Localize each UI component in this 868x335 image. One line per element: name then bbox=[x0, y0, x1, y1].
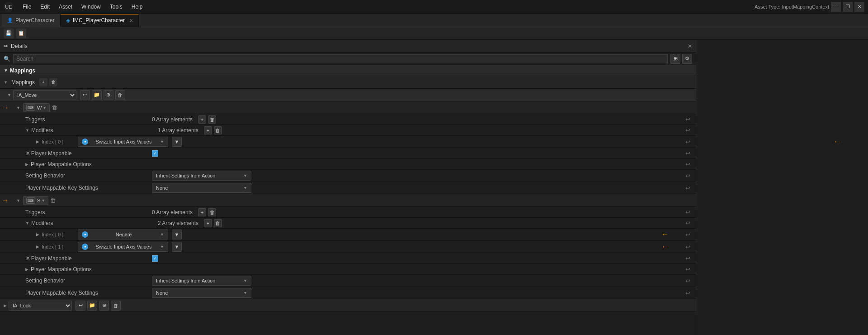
s-modifier1-icon: ✦ bbox=[82, 244, 88, 250]
close-button[interactable]: ✕ bbox=[854, 2, 864, 12]
w-modifiers-value: 1 Array elements + 🗑 bbox=[158, 126, 685, 134]
s-modifiers-add-btn[interactable]: + bbox=[204, 219, 212, 227]
w-setting-behavior-dropdown[interactable]: Inherit Settings from Action ▼ bbox=[152, 171, 251, 181]
s-modifiers-expand[interactable]: ▼ bbox=[25, 221, 29, 225]
s-modifiers-count: 2 Array elements bbox=[158, 220, 198, 226]
s-key-keyboard-btn[interactable]: ⌨ S ▼ bbox=[23, 196, 48, 205]
s-player-key-settings-undo-btn[interactable]: ↩ bbox=[685, 290, 690, 297]
ia-move-add-btn[interactable]: ⊕ bbox=[104, 90, 113, 100]
ia-move-browse-btn[interactable]: 📁 bbox=[92, 90, 102, 100]
w-modifiers-count: 1 Array elements bbox=[158, 127, 198, 134]
w-modifier-dropdown[interactable]: ✦ Swizzle Input Axis Values ▼ bbox=[78, 137, 168, 147]
s-key-del-btn[interactable]: 🗑 bbox=[50, 197, 56, 204]
save-toolbar-btn[interactable]: 💾 bbox=[4, 29, 14, 38]
w-player-options-expand[interactable]: ▶ bbox=[25, 162, 31, 167]
s-triggers-add-btn[interactable]: + bbox=[198, 208, 206, 216]
search-table-view-btn[interactable]: ⊞ bbox=[670, 54, 680, 64]
s-modifier1-chevron-btn[interactable]: ▼ bbox=[172, 242, 182, 252]
w-player-mappable-checkbox[interactable]: ✓ bbox=[152, 150, 158, 157]
w-triggers-add-btn[interactable]: + bbox=[198, 115, 206, 124]
w-key-mapping-row: → ▼ ⌨ W ▼ 🗑 bbox=[0, 101, 696, 114]
w-triggers-undo-btn[interactable]: ↩ bbox=[685, 116, 690, 123]
details-content: ▼ Mappings ▼ Mappings + 🗑 ▼ IA_Move ↩ 📁 bbox=[0, 65, 696, 335]
s-key-dropdown-arrow[interactable]: ▼ bbox=[41, 198, 45, 203]
ia-look-select[interactable]: IA_Look bbox=[9, 301, 72, 311]
s-player-key-arrow: ▼ bbox=[243, 291, 247, 295]
w-is-player-mappable-row: Is Player Mappable ✓ ↩ bbox=[0, 148, 696, 159]
w-is-player-mappable-undo-btn[interactable]: ↩ bbox=[685, 150, 690, 157]
s-modifiers-undo-btn[interactable]: ↩ bbox=[685, 220, 690, 226]
w-player-key-settings-undo-btn[interactable]: ↩ bbox=[685, 185, 690, 191]
ia-move-reset-btn[interactable]: ↩ bbox=[80, 90, 90, 100]
s-player-mappable-checkbox[interactable]: ✓ bbox=[152, 255, 158, 262]
s-is-player-mappable-undo-btn[interactable]: ↩ bbox=[685, 255, 690, 262]
s-is-player-mappable-label: Is Player Mappable bbox=[25, 255, 152, 262]
w-index0-undo-btn[interactable]: ↩ bbox=[685, 139, 690, 145]
ia-look-reset-btn[interactable]: ↩ bbox=[75, 301, 85, 311]
tab-imc-player-character[interactable]: ◈ IMC_PlayerCharacter ✕ bbox=[61, 14, 139, 27]
mappings-add-btn[interactable]: + bbox=[39, 78, 47, 86]
s-index0-expand[interactable]: ▶ bbox=[36, 232, 42, 237]
s-modifiers-value: 2 Array elements + 🗑 bbox=[158, 219, 685, 227]
w-key-keyboard-btn[interactable]: ⌨ W ▼ bbox=[23, 103, 50, 112]
s-triggers-undo-btn[interactable]: ↩ bbox=[685, 209, 690, 215]
s-expand-arrow[interactable]: ▼ bbox=[16, 198, 20, 203]
menu-asset[interactable]: Asset bbox=[57, 3, 74, 11]
w-key-del-btn[interactable]: 🗑 bbox=[52, 104, 57, 111]
s-index1-label: Index [ 1 ] bbox=[42, 244, 78, 249]
ia-look-browse-btn[interactable]: 📁 bbox=[87, 301, 97, 311]
w-modifiers-undo-btn[interactable]: ↩ bbox=[685, 127, 690, 134]
ia-move-expand[interactable]: ▼ bbox=[7, 93, 11, 97]
w-setting-behavior-undo-btn[interactable]: ↩ bbox=[685, 172, 690, 179]
s-index1-expand[interactable]: ▶ bbox=[36, 244, 42, 249]
details-title-row: ✏ Details bbox=[4, 43, 28, 49]
w-player-options-label: Player Mappable Options bbox=[31, 161, 157, 168]
details-close-btn[interactable]: ✕ bbox=[688, 43, 692, 49]
s-modifier0-chevron-btn[interactable]: ▼ bbox=[172, 230, 182, 239]
s-setting-behavior-undo-btn[interactable]: ↩ bbox=[685, 278, 690, 284]
minimize-button[interactable]: — bbox=[831, 2, 841, 12]
menu-help[interactable]: Help bbox=[130, 3, 145, 11]
s-player-options-expand[interactable]: ▶ bbox=[25, 267, 31, 272]
s-swizzle-orange-arrow: ← bbox=[661, 243, 669, 251]
w-index0-expand[interactable]: ▶ bbox=[36, 139, 42, 144]
ia-look-expand[interactable]: ▶ bbox=[4, 303, 7, 308]
w-expand-arrow[interactable]: ▼ bbox=[16, 105, 20, 110]
w-modifiers-del-btn[interactable]: 🗑 bbox=[214, 126, 222, 134]
w-player-key-settings-dropdown[interactable]: None ▼ bbox=[152, 183, 251, 193]
w-player-options-undo-btn[interactable]: ↩ bbox=[685, 161, 690, 168]
w-modifiers-expand[interactable]: ▼ bbox=[25, 128, 29, 133]
section-mappings-header[interactable]: ▼ Mappings bbox=[0, 65, 696, 76]
ia-look-add-btn[interactable]: ⊕ bbox=[99, 301, 109, 311]
w-setting-behavior-text: Inherit Settings from Action bbox=[156, 173, 215, 178]
w-triggers-del-btn[interactable]: 🗑 bbox=[208, 115, 216, 124]
s-player-options-undo-btn[interactable]: ↩ bbox=[685, 266, 690, 273]
s-modifiers-del-btn[interactable]: 🗑 bbox=[214, 219, 222, 227]
s-player-key-settings-dropdown[interactable]: None ▼ bbox=[152, 288, 251, 298]
s-modifier1-dropdown[interactable]: ✦ Swizzle Input Axis Values ▼ bbox=[78, 242, 168, 252]
w-modifiers-add-btn[interactable]: + bbox=[204, 126, 212, 134]
s-index0-undo-btn[interactable]: ↩ bbox=[685, 231, 690, 238]
s-index1-undo-btn[interactable]: ↩ bbox=[685, 244, 690, 250]
s-setting-behavior-label: Setting Behavior bbox=[25, 278, 152, 284]
tab-imc-close[interactable]: ✕ bbox=[129, 18, 133, 23]
w-modifier-chevron-btn[interactable]: ▼ bbox=[172, 137, 182, 147]
menu-edit[interactable]: Edit bbox=[38, 3, 52, 11]
s-setting-behavior-dropdown[interactable]: Inherit Settings from Action ▼ bbox=[152, 276, 251, 286]
search-input[interactable] bbox=[13, 54, 668, 63]
mappings-del-btn[interactable]: 🗑 bbox=[49, 78, 57, 86]
ia-move-del-btn[interactable]: 🗑 bbox=[115, 90, 125, 100]
ia-move-select[interactable]: IA_Move bbox=[13, 90, 76, 100]
menu-file[interactable]: File bbox=[21, 3, 33, 11]
menu-window[interactable]: Window bbox=[80, 3, 103, 11]
maximize-button[interactable]: ❐ bbox=[843, 2, 853, 12]
ia-look-toolbar: ↩ 📁 ⊕ 🗑 bbox=[75, 301, 121, 311]
ia-look-del-btn[interactable]: 🗑 bbox=[111, 301, 121, 311]
tab-player-character[interactable]: 👤 PlayerCharacter bbox=[2, 14, 61, 27]
s-triggers-del-btn[interactable]: 🗑 bbox=[208, 208, 216, 216]
browse-toolbar-btn[interactable]: 📋 bbox=[16, 29, 26, 38]
search-settings-btn[interactable]: ⚙ bbox=[682, 54, 692, 64]
menu-tools[interactable]: Tools bbox=[108, 3, 124, 11]
w-key-dropdown-arrow[interactable]: ▼ bbox=[42, 105, 47, 110]
s-modifier0-dropdown[interactable]: ✦ Negate ▼ bbox=[78, 230, 168, 239]
